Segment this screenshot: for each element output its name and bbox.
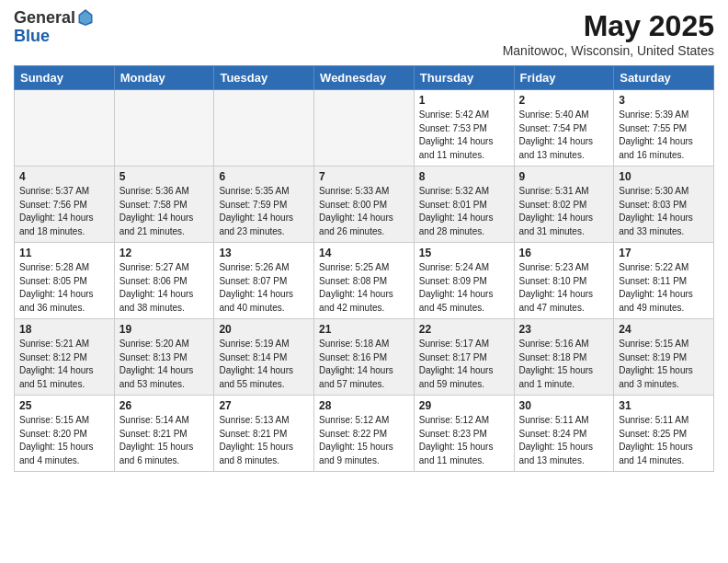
day-info: Sunrise: 5:28 AM Sunset: 8:05 PM Dayligh… (19, 261, 109, 315)
header: General Blue May 2025 Manitowoc, Wiscons… (14, 9, 714, 58)
calendar-cell: 15Sunrise: 5:24 AM Sunset: 8:09 PM Dayli… (414, 243, 514, 319)
header-saturday: Saturday (614, 66, 714, 90)
calendar-cell: 20Sunrise: 5:19 AM Sunset: 8:14 PM Dayli… (214, 319, 314, 396)
calendar-cell: 14Sunrise: 5:25 AM Sunset: 8:08 PM Dayli… (314, 243, 415, 319)
calendar-week-0: 1Sunrise: 5:42 AM Sunset: 7:53 PM Daylig… (15, 90, 714, 167)
calendar-cell: 10Sunrise: 5:30 AM Sunset: 8:03 PM Dayli… (614, 167, 714, 243)
calendar-cell: 23Sunrise: 5:16 AM Sunset: 8:18 PM Dayli… (514, 319, 614, 396)
day-number: 10 (619, 170, 709, 183)
calendar: Sunday Monday Tuesday Wednesday Thursday… (14, 65, 714, 472)
calendar-cell: 22Sunrise: 5:17 AM Sunset: 8:17 PM Dayli… (414, 319, 514, 396)
day-info: Sunrise: 5:11 AM Sunset: 8:25 PM Dayligh… (619, 414, 709, 467)
header-friday: Friday (514, 66, 614, 90)
day-info: Sunrise: 5:16 AM Sunset: 8:18 PM Dayligh… (519, 338, 609, 391)
day-number: 15 (419, 247, 509, 259)
day-info: Sunrise: 5:17 AM Sunset: 8:17 PM Dayligh… (419, 338, 509, 391)
day-info: Sunrise: 5:15 AM Sunset: 8:20 PM Dayligh… (19, 414, 109, 467)
calendar-week-2: 11Sunrise: 5:28 AM Sunset: 8:05 PM Dayli… (15, 243, 714, 319)
calendar-cell: 12Sunrise: 5:27 AM Sunset: 8:06 PM Dayli… (114, 243, 214, 319)
day-number: 30 (519, 399, 609, 412)
day-number: 23 (519, 323, 609, 336)
page-container: General Blue May 2025 Manitowoc, Wiscons… (0, 0, 728, 481)
day-number: 5 (119, 170, 210, 183)
day-number: 2 (519, 94, 609, 107)
day-info: Sunrise: 5:42 AM Sunset: 7:53 PM Dayligh… (419, 109, 509, 162)
calendar-cell: 6Sunrise: 5:35 AM Sunset: 7:59 PM Daylig… (214, 167, 314, 243)
header-monday: Monday (114, 66, 214, 90)
day-number: 27 (219, 399, 309, 412)
calendar-week-4: 25Sunrise: 5:15 AM Sunset: 8:20 PM Dayli… (15, 396, 714, 472)
header-thursday: Thursday (414, 66, 514, 90)
day-info: Sunrise: 5:11 AM Sunset: 8:24 PM Dayligh… (519, 414, 609, 467)
header-sunday: Sunday (15, 66, 115, 90)
day-info: Sunrise: 5:21 AM Sunset: 8:12 PM Dayligh… (19, 338, 109, 391)
location: Manitowoc, Wisconsin, United States (503, 43, 714, 58)
day-number: 14 (319, 247, 409, 259)
day-number: 17 (619, 247, 709, 259)
day-info: Sunrise: 5:35 AM Sunset: 7:59 PM Dayligh… (219, 185, 309, 238)
day-info: Sunrise: 5:22 AM Sunset: 8:11 PM Dayligh… (619, 261, 709, 315)
calendar-cell: 25Sunrise: 5:15 AM Sunset: 8:20 PM Dayli… (15, 396, 115, 472)
logo-blue: Blue (14, 28, 94, 46)
day-number: 19 (119, 323, 210, 336)
day-number: 6 (219, 170, 309, 183)
day-number: 8 (419, 170, 509, 183)
day-info: Sunrise: 5:20 AM Sunset: 8:13 PM Dayligh… (119, 338, 210, 391)
day-info: Sunrise: 5:39 AM Sunset: 7:55 PM Dayligh… (619, 109, 709, 162)
day-number: 20 (219, 323, 309, 336)
day-info: Sunrise: 5:36 AM Sunset: 7:58 PM Dayligh… (119, 185, 210, 238)
day-number: 4 (19, 170, 109, 183)
day-number: 7 (319, 170, 409, 183)
calendar-cell (314, 90, 415, 167)
calendar-cell: 11Sunrise: 5:28 AM Sunset: 8:05 PM Dayli… (15, 243, 115, 319)
day-number: 29 (419, 399, 509, 412)
day-info: Sunrise: 5:26 AM Sunset: 8:07 PM Dayligh… (219, 261, 309, 315)
calendar-cell: 24Sunrise: 5:15 AM Sunset: 8:19 PM Dayli… (614, 319, 714, 396)
logo: General Blue (14, 9, 94, 46)
day-number: 16 (519, 247, 609, 259)
day-number: 13 (219, 247, 309, 259)
day-number: 22 (419, 323, 509, 336)
calendar-cell: 21Sunrise: 5:18 AM Sunset: 8:16 PM Dayli… (314, 319, 415, 396)
calendar-cell: 26Sunrise: 5:14 AM Sunset: 8:21 PM Dayli… (114, 396, 214, 472)
day-info: Sunrise: 5:33 AM Sunset: 8:00 PM Dayligh… (319, 185, 409, 238)
calendar-cell: 17Sunrise: 5:22 AM Sunset: 8:11 PM Dayli… (614, 243, 714, 319)
calendar-cell: 30Sunrise: 5:11 AM Sunset: 8:24 PM Dayli… (514, 396, 614, 472)
calendar-cell: 31Sunrise: 5:11 AM Sunset: 8:25 PM Dayli… (614, 396, 714, 472)
day-number: 26 (119, 399, 210, 412)
calendar-cell: 3Sunrise: 5:39 AM Sunset: 7:55 PM Daylig… (614, 90, 714, 167)
day-number: 9 (519, 170, 609, 183)
day-number: 25 (19, 399, 109, 412)
day-info: Sunrise: 5:40 AM Sunset: 7:54 PM Dayligh… (519, 109, 609, 162)
day-number: 31 (619, 399, 709, 412)
weekday-header-row: Sunday Monday Tuesday Wednesday Thursday… (15, 66, 714, 90)
calendar-week-3: 18Sunrise: 5:21 AM Sunset: 8:12 PM Dayli… (15, 319, 714, 396)
calendar-cell: 16Sunrise: 5:23 AM Sunset: 8:10 PM Dayli… (514, 243, 614, 319)
calendar-cell (114, 90, 214, 167)
calendar-cell: 7Sunrise: 5:33 AM Sunset: 8:00 PM Daylig… (314, 167, 415, 243)
day-info: Sunrise: 5:24 AM Sunset: 8:09 PM Dayligh… (419, 261, 509, 315)
calendar-cell: 18Sunrise: 5:21 AM Sunset: 8:12 PM Dayli… (15, 319, 115, 396)
header-wednesday: Wednesday (314, 66, 415, 90)
day-info: Sunrise: 5:18 AM Sunset: 8:16 PM Dayligh… (319, 338, 409, 391)
day-number: 18 (19, 323, 109, 336)
day-info: Sunrise: 5:12 AM Sunset: 8:22 PM Dayligh… (319, 414, 409, 467)
day-number: 1 (419, 94, 509, 107)
calendar-cell: 1Sunrise: 5:42 AM Sunset: 7:53 PM Daylig… (414, 90, 514, 167)
calendar-week-1: 4Sunrise: 5:37 AM Sunset: 7:56 PM Daylig… (15, 167, 714, 243)
day-info: Sunrise: 5:37 AM Sunset: 7:56 PM Dayligh… (19, 185, 109, 238)
day-number: 3 (619, 94, 709, 107)
day-info: Sunrise: 5:14 AM Sunset: 8:21 PM Dayligh… (119, 414, 210, 467)
calendar-cell (15, 90, 115, 167)
day-info: Sunrise: 5:25 AM Sunset: 8:08 PM Dayligh… (319, 261, 409, 315)
day-number: 12 (119, 247, 210, 259)
month-title: May 2025 (503, 9, 714, 43)
calendar-cell: 29Sunrise: 5:12 AM Sunset: 8:23 PM Dayli… (414, 396, 514, 472)
logo-general: General (14, 9, 94, 28)
day-info: Sunrise: 5:12 AM Sunset: 8:23 PM Dayligh… (419, 414, 509, 467)
calendar-cell: 9Sunrise: 5:31 AM Sunset: 8:02 PM Daylig… (514, 167, 614, 243)
calendar-cell: 4Sunrise: 5:37 AM Sunset: 7:56 PM Daylig… (15, 167, 115, 243)
logo-text: General Blue (14, 9, 94, 46)
calendar-cell: 2Sunrise: 5:40 AM Sunset: 7:54 PM Daylig… (514, 90, 614, 167)
calendar-cell: 28Sunrise: 5:12 AM Sunset: 8:22 PM Dayli… (314, 396, 415, 472)
